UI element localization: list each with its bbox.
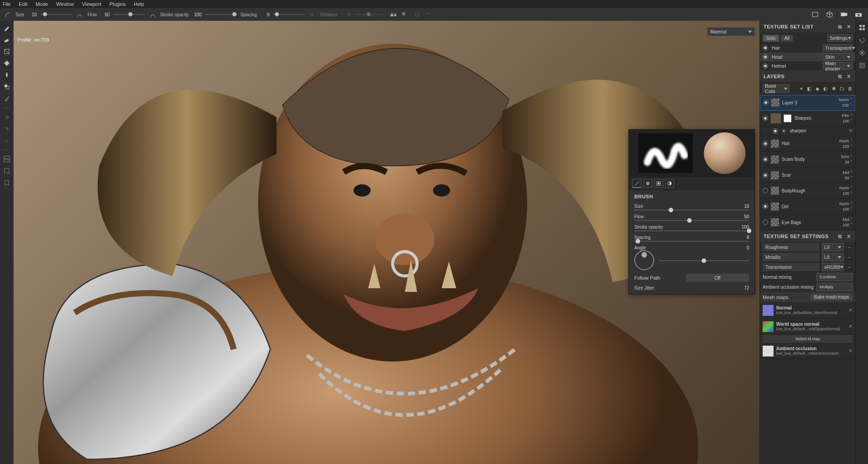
popout-icon[interactable]: ⧉ — [837, 74, 843, 79]
menu-plugins[interactable]: Plugins — [109, 1, 126, 7]
3d-cube-icon[interactable] — [826, 10, 834, 19]
brush-tab-stroke-icon[interactable] — [632, 179, 642, 188]
size-slider[interactable] — [40, 14, 72, 15]
layer-row[interactable]: Hair Norm ˅100 ˅ — [760, 136, 855, 152]
menu-file[interactable]: File — [3, 1, 11, 7]
layer-row[interactable]: Scars Body Scrn ˅28 ˅ — [760, 152, 855, 168]
visibility-toggle-icon[interactable] — [773, 128, 778, 134]
solo-button[interactable]: Solo — [763, 35, 779, 42]
opacity-value[interactable]: 100 ˅ — [842, 207, 853, 211]
remove-map-icon[interactable]: ✕ — [849, 323, 853, 329]
iray-icon[interactable] — [2, 166, 11, 175]
opacity-value[interactable]: 100 ˅ — [842, 119, 853, 123]
popout-icon[interactable]: ⧉ — [837, 234, 843, 239]
close-icon[interactable]: ✕ — [846, 234, 852, 239]
log-icon[interactable] — [858, 61, 866, 70]
grid-view-icon[interactable] — [858, 23, 866, 32]
blend-mode[interactable]: Scrn ˅ — [841, 155, 853, 159]
folder-icon[interactable]: 🗀 — [839, 86, 844, 91]
layer-row[interactable]: Scar Mul ˅80 ˅ — [760, 168, 855, 183]
3d-viewport[interactable]: Profile: rec709 Material — [14, 21, 760, 464]
add-effect-icon[interactable]: ✺ — [831, 86, 836, 91]
lazy-mouse-icon[interactable] — [425, 10, 433, 19]
opacity-value[interactable]: 100 ˅ — [842, 223, 853, 227]
remove-channel-icon[interactable]: − — [846, 254, 853, 260]
normal-mixing-dropdown[interactable]: Combine — [816, 273, 853, 281]
visibility-toggle-icon[interactable] — [763, 188, 768, 193]
bake-mesh-maps-button[interactable]: Bake mesh maps — [811, 294, 853, 300]
layer-name[interactable]: Hair — [782, 141, 837, 146]
channel-bits-dropdown[interactable]: L8 — [822, 253, 844, 261]
mask-icon[interactable]: ◧ — [807, 86, 812, 91]
history-icon[interactable] — [858, 36, 866, 44]
layer-name[interactable]: Dirt — [782, 204, 837, 209]
brush-opacity-slider[interactable] — [634, 230, 749, 231]
brush-tip-icon[interactable] — [4, 10, 12, 19]
menu-edit[interactable]: Edit — [19, 1, 28, 7]
remove-map-icon[interactable]: ✕ — [849, 348, 853, 354]
brush-size-slider[interactable] — [634, 210, 749, 211]
camera-photo-icon[interactable] — [854, 10, 863, 19]
add-adjust-icon[interactable]: ◐ — [823, 86, 828, 91]
channel-name[interactable]: Transmissive — [763, 263, 819, 271]
new-doc-icon[interactable] — [2, 178, 11, 187]
flow-curve-icon[interactable] — [75, 10, 84, 19]
measure-tool[interactable]: ⊕ — [2, 112, 11, 122]
opacity-value[interactable]: 80 ˅ — [844, 176, 853, 180]
menu-viewport[interactable]: Viewport — [82, 1, 101, 7]
brush-tool[interactable] — [2, 23, 11, 33]
all-button[interactable]: All — [781, 35, 793, 42]
camera-video-icon[interactable] — [840, 10, 848, 19]
layer-name[interactable]: Layer 3 — [782, 100, 836, 105]
blend-mode[interactable]: Norm ˅ — [840, 139, 853, 143]
projection-tool[interactable] — [2, 47, 11, 56]
texture-set-row[interactable]: Hair Transaprent — [760, 43, 855, 52]
texture-set-row[interactable]: Helmet Main shader — [760, 61, 855, 70]
spacing-slider[interactable] — [273, 14, 305, 15]
picker-tool[interactable] — [2, 94, 11, 103]
layer-name[interactable]: Sharpen — [794, 116, 839, 121]
mesh-map-row[interactable]: Normallow_low_defaultMat_MeshNormal ✕ — [760, 302, 855, 319]
channel-name[interactable]: Roughness — [763, 243, 819, 251]
blend-mode[interactable]: Mul ˅ — [843, 170, 853, 175]
tsl-settings-dropdown[interactable]: Settings — [827, 34, 853, 42]
visibility-toggle-icon[interactable] — [763, 54, 768, 60]
flow-slider[interactable] — [113, 14, 145, 15]
layer-row[interactable]: BodyRough Norm ˅100 ˅ — [760, 183, 855, 199]
add-fill-icon[interactable]: ◆ — [815, 86, 820, 91]
blend-mode[interactable]: Norm ˅ — [840, 186, 853, 190]
visibility-toggle-icon[interactable] — [763, 100, 769, 105]
shader-dropdown[interactable]: Transaprent — [823, 44, 853, 52]
opacity-value[interactable]: 100 ˅ — [842, 144, 853, 149]
blend-mode[interactable]: Pthr ˅ — [842, 113, 853, 118]
layer-row[interactable]: Dirt Norm ˅100 ˅ — [760, 199, 855, 215]
select-id-map-button[interactable]: Select id map — [763, 335, 853, 343]
visibility-toggle-icon[interactable] — [763, 116, 768, 121]
blend-mode[interactable]: Mul ˅ — [843, 217, 853, 222]
brush-tab-stencil-icon[interactable] — [654, 179, 663, 188]
layer-effect-row[interactable]: ✦ sharpen ✕ — [760, 127, 855, 136]
symmetry-x-icon[interactable] — [389, 10, 397, 19]
mesh-map-row[interactable]: World space normallow_low_default...orld… — [760, 319, 855, 335]
opacity-value[interactable]: 28 ˅ — [844, 160, 853, 164]
eraser-tool[interactable] — [2, 35, 11, 44]
texture-set-row[interactable]: Head Skin — [760, 52, 855, 61]
brush-angle-slider[interactable] — [659, 260, 749, 261]
mesh-map-row[interactable]: Ambient occlusionlow_low_default...mbien… — [760, 343, 855, 359]
blend-mode[interactable]: Norm ˅ — [839, 98, 853, 102]
close-icon[interactable]: ✕ — [846, 74, 852, 79]
target-icon[interactable] — [858, 49, 866, 57]
channel-bits-dropdown[interactable]: L8 — [822, 243, 844, 251]
follow-path-toggle[interactable]: Off — [686, 274, 749, 282]
remove-channel-icon[interactable]: − — [846, 264, 853, 270]
brush-flow-slider[interactable] — [634, 220, 749, 221]
smudge-tool[interactable] — [2, 70, 11, 80]
distance-slider[interactable] — [354, 14, 386, 15]
ao-mixing-dropdown[interactable]: Multiply — [816, 283, 853, 291]
layer-name[interactable]: BodyRough — [782, 188, 837, 193]
visibility-toggle-icon[interactable] — [763, 157, 768, 162]
brush-angle-dial[interactable] — [634, 250, 654, 270]
close-icon[interactable]: ✕ — [846, 24, 852, 29]
link-icon[interactable] — [308, 10, 316, 19]
ps-export-icon[interactable]: Ps — [2, 155, 11, 164]
